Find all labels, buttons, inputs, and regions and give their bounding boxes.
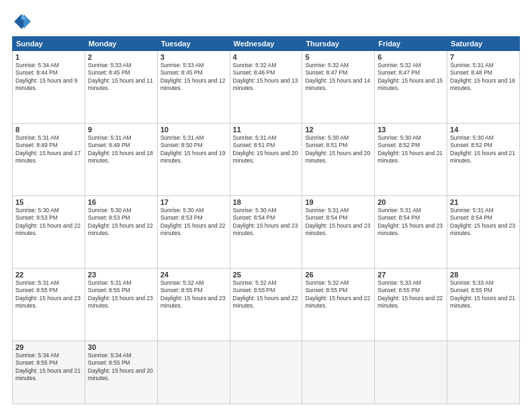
calendar-cell: 28Sunrise: 5:33 AMSunset: 8:55 PMDayligh… xyxy=(447,268,520,340)
calendar-day-header: Thursday xyxy=(302,37,375,51)
header xyxy=(12,12,520,31)
sunset-label: Sunset: 8:47 PM xyxy=(305,69,347,76)
sunrise-label: Sunrise: 5:30 AM xyxy=(161,207,204,214)
day-number: 9 xyxy=(88,126,154,134)
calendar-cell: 8Sunrise: 5:31 AMSunset: 8:49 PMDaylight… xyxy=(13,123,85,195)
daylight-label: Daylight: 15 hours and 22 minutes. xyxy=(233,295,298,309)
cell-content: Sunrise: 5:31 AMSunset: 8:49 PMDaylight:… xyxy=(88,134,154,165)
daylight-label: Daylight: 15 hours and 16 minutes. xyxy=(450,77,515,91)
sunset-label: Sunset: 8:49 PM xyxy=(15,142,58,148)
daylight-label: Daylight: 15 hours and 20 minutes. xyxy=(305,150,370,164)
calendar-week-row: 22Sunrise: 5:31 AMSunset: 8:55 PMDayligh… xyxy=(13,268,520,340)
cell-content: Sunrise: 5:33 AMSunset: 8:45 PMDaylight:… xyxy=(88,62,154,93)
calendar-day-header: Tuesday xyxy=(157,37,230,51)
sunrise-label: Sunrise: 5:32 AM xyxy=(233,279,277,286)
cell-content: Sunrise: 5:31 AMSunset: 8:51 PMDaylight:… xyxy=(233,134,300,165)
calendar-header-row: SundayMondayTuesdayWednesdayThursdayFrid… xyxy=(13,37,520,51)
sunset-label: Sunset: 8:50 PM xyxy=(161,142,203,148)
cell-content: Sunrise: 5:31 AMSunset: 8:50 PMDaylight:… xyxy=(161,134,227,165)
day-number: 10 xyxy=(161,126,227,134)
day-number: 7 xyxy=(450,53,517,61)
calendar-cell: 21Sunrise: 5:31 AMSunset: 8:54 PMDayligh… xyxy=(447,195,520,268)
calendar-cell: 1Sunrise: 5:34 AMSunset: 8:44 PMDaylight… xyxy=(13,51,85,124)
calendar-cell: 14Sunrise: 5:30 AMSunset: 8:52 PMDayligh… xyxy=(447,123,520,195)
sunrise-label: Sunrise: 5:30 AM xyxy=(378,134,421,141)
sunset-label: Sunset: 8:53 PM xyxy=(15,214,58,221)
cell-content: Sunrise: 5:34 AMSunset: 8:44 PMDaylight:… xyxy=(15,62,82,93)
cell-content: Sunrise: 5:31 AMSunset: 8:55 PMDaylight:… xyxy=(15,279,82,310)
calendar-cell xyxy=(157,340,230,404)
day-number: 30 xyxy=(88,343,154,351)
sunset-label: Sunset: 8:51 PM xyxy=(305,142,347,148)
day-number: 5 xyxy=(305,53,371,61)
calendar-week-row: 8Sunrise: 5:31 AMSunset: 8:49 PMDaylight… xyxy=(13,123,520,195)
calendar-day-header: Saturday xyxy=(447,37,520,51)
daylight-label: Daylight: 15 hours and 23 minutes. xyxy=(378,222,443,236)
cell-content: Sunrise: 5:34 AMSunset: 8:55 PMDaylight:… xyxy=(15,352,82,383)
daylight-label: Daylight: 15 hours and 23 minutes. xyxy=(450,222,515,236)
calendar-week-row: 1Sunrise: 5:34 AMSunset: 8:44 PMDaylight… xyxy=(13,51,520,124)
sunset-label: Sunset: 8:46 PM xyxy=(233,69,275,76)
sunrise-label: Sunrise: 5:31 AM xyxy=(450,207,494,214)
daylight-label: Daylight: 15 hours and 22 minutes. xyxy=(15,222,81,236)
calendar-cell: 17Sunrise: 5:30 AMSunset: 8:53 PMDayligh… xyxy=(157,195,230,268)
sunrise-label: Sunrise: 5:34 AM xyxy=(15,352,59,359)
sunset-label: Sunset: 8:55 PM xyxy=(15,359,58,366)
sunrise-label: Sunrise: 5:33 AM xyxy=(450,279,494,286)
sunrise-label: Sunrise: 5:31 AM xyxy=(88,279,132,286)
sunrise-label: Sunrise: 5:31 AM xyxy=(305,207,349,214)
day-number: 24 xyxy=(161,271,227,279)
sunset-label: Sunset: 8:49 PM xyxy=(88,142,130,148)
calendar-cell: 22Sunrise: 5:31 AMSunset: 8:55 PMDayligh… xyxy=(13,268,85,340)
calendar-cell: 6Sunrise: 5:32 AMSunset: 8:47 PMDaylight… xyxy=(375,51,447,124)
cell-content: Sunrise: 5:32 AMSunset: 8:55 PMDaylight:… xyxy=(161,279,227,310)
calendar-cell xyxy=(302,340,375,404)
calendar-week-row: 29Sunrise: 5:34 AMSunset: 8:55 PMDayligh… xyxy=(13,340,520,404)
calendar-cell: 15Sunrise: 5:30 AMSunset: 8:53 PMDayligh… xyxy=(13,195,85,268)
cell-content: Sunrise: 5:30 AMSunset: 8:53 PMDaylight:… xyxy=(161,207,227,238)
calendar-cell: 2Sunrise: 5:33 AMSunset: 8:45 PMDaylight… xyxy=(85,51,157,124)
sunrise-label: Sunrise: 5:32 AM xyxy=(305,62,349,68)
calendar-cell xyxy=(230,340,302,404)
sunrise-label: Sunrise: 5:31 AM xyxy=(161,134,204,141)
day-number: 23 xyxy=(88,271,154,279)
day-number: 12 xyxy=(305,126,371,134)
sunrise-label: Sunrise: 5:30 AM xyxy=(233,207,277,214)
calendar-cell: 11Sunrise: 5:31 AMSunset: 8:51 PMDayligh… xyxy=(230,123,302,195)
daylight-label: Daylight: 15 hours and 21 minutes. xyxy=(450,295,515,309)
calendar-day-header: Sunday xyxy=(13,37,85,51)
day-number: 14 xyxy=(450,126,517,134)
day-number: 13 xyxy=(378,126,444,134)
daylight-label: Daylight: 15 hours and 23 minutes. xyxy=(305,222,370,236)
day-number: 26 xyxy=(305,271,371,279)
calendar-cell xyxy=(375,340,447,404)
day-number: 27 xyxy=(378,271,444,279)
cell-content: Sunrise: 5:30 AMSunset: 8:51 PMDaylight:… xyxy=(305,134,371,165)
daylight-label: Daylight: 15 hours and 22 minutes. xyxy=(305,295,370,309)
sunset-label: Sunset: 8:55 PM xyxy=(15,287,58,293)
page: SundayMondayTuesdayWednesdayThursdayFrid… xyxy=(0,0,532,411)
sunrise-label: Sunrise: 5:31 AM xyxy=(450,62,494,68)
sunset-label: Sunset: 8:54 PM xyxy=(378,214,420,221)
cell-content: Sunrise: 5:32 AMSunset: 8:55 PMDaylight:… xyxy=(233,279,300,310)
calendar-cell: 26Sunrise: 5:32 AMSunset: 8:55 PMDayligh… xyxy=(302,268,375,340)
sunset-label: Sunset: 8:55 PM xyxy=(378,287,420,293)
calendar-cell: 10Sunrise: 5:31 AMSunset: 8:50 PMDayligh… xyxy=(157,123,230,195)
calendar-cell: 7Sunrise: 5:31 AMSunset: 8:48 PMDaylight… xyxy=(447,51,520,124)
cell-content: Sunrise: 5:31 AMSunset: 8:54 PMDaylight:… xyxy=(305,207,371,238)
sunrise-label: Sunrise: 5:33 AM xyxy=(88,62,132,68)
daylight-label: Daylight: 15 hours and 19 minutes. xyxy=(161,150,226,164)
calendar-cell: 27Sunrise: 5:33 AMSunset: 8:55 PMDayligh… xyxy=(375,268,447,340)
sunrise-label: Sunrise: 5:32 AM xyxy=(233,62,277,68)
day-number: 2 xyxy=(88,53,154,61)
daylight-label: Daylight: 15 hours and 22 minutes. xyxy=(161,222,226,236)
day-number: 21 xyxy=(450,198,517,206)
svg-marker-1 xyxy=(24,14,31,29)
cell-content: Sunrise: 5:30 AMSunset: 8:52 PMDaylight:… xyxy=(450,134,517,165)
daylight-label: Daylight: 15 hours and 20 minutes. xyxy=(233,150,298,164)
cell-content: Sunrise: 5:32 AMSunset: 8:47 PMDaylight:… xyxy=(305,62,371,93)
daylight-label: Daylight: 15 hours and 22 minutes. xyxy=(378,295,443,309)
calendar-cell: 5Sunrise: 5:32 AMSunset: 8:47 PMDaylight… xyxy=(302,51,375,124)
sunset-label: Sunset: 8:48 PM xyxy=(450,69,492,76)
cell-content: Sunrise: 5:33 AMSunset: 8:45 PMDaylight:… xyxy=(161,62,227,93)
